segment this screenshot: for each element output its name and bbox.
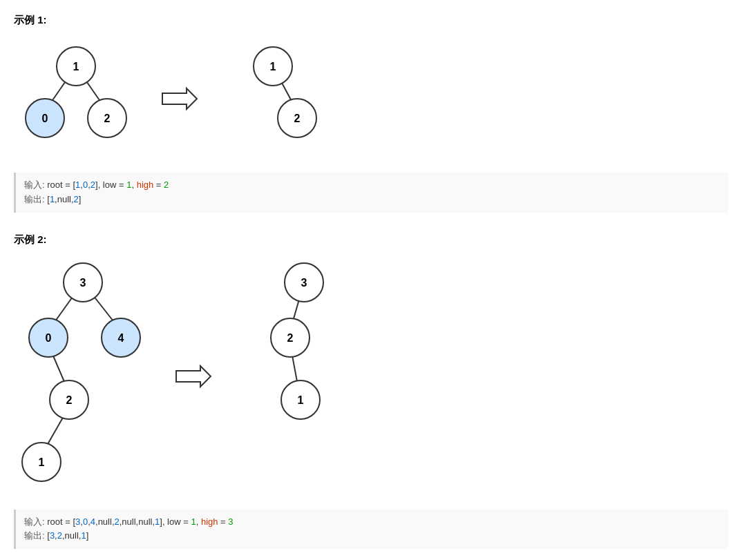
example2-arrow xyxy=(173,363,214,390)
svg-marker-8 xyxy=(162,88,197,109)
example1-code: 输入: root = [1,0,2], low = 1, high = 2 输出… xyxy=(14,173,728,213)
svg-text:2: 2 xyxy=(294,113,301,124)
example1-title: 示例 1: xyxy=(14,14,728,27)
example2-before-tree: 3 0 4 2 xyxy=(14,255,152,499)
example2-block: 示例 2: 3 0 xyxy=(14,233,728,550)
svg-text:1: 1 xyxy=(39,456,45,467)
example1-before-tree: 1 0 2 xyxy=(14,35,138,162)
example2-after-tree: 3 2 1 xyxy=(235,255,373,499)
example1-output-text: [1,null,2] xyxy=(47,194,81,204)
example2-input-text: root = [3,0,4,null,2,null,null,1], low =… xyxy=(47,516,233,527)
example1-input-text: root = [1,0,2], low = 1, high = 2 xyxy=(47,180,169,190)
svg-text:1: 1 xyxy=(73,61,79,73)
example1-diagram-row: 1 0 2 xyxy=(14,35,728,162)
example1-block: 示例 1: 1 0 2 xyxy=(14,14,728,213)
svg-text:4: 4 xyxy=(118,331,124,343)
example2-diagram-row: 3 0 4 2 xyxy=(14,255,728,499)
svg-text:3: 3 xyxy=(301,276,307,288)
svg-marker-28 xyxy=(176,366,211,387)
example2-output-text: [3,2,null,1] xyxy=(47,530,88,541)
example2-output-line: 输出: [3,2,null,1] xyxy=(24,529,720,543)
example2-input-label: 输入: xyxy=(24,516,45,527)
svg-text:0: 0 xyxy=(42,113,48,124)
example2-input-line: 输入: root = [3,0,4,null,2,null,null,1], l… xyxy=(24,515,720,530)
svg-text:2: 2 xyxy=(66,394,73,405)
example2-code: 输入: root = [3,0,4,null,2,null,null,1], l… xyxy=(14,510,728,550)
example1-input-label: 输入: xyxy=(24,180,45,190)
example1-output-line: 输出: [1,null,2] xyxy=(24,193,720,207)
example1-input-line: 输入: root = [1,0,2], low = 1, high = 2 xyxy=(24,178,720,193)
example2-title: 示例 2: xyxy=(14,233,728,247)
svg-text:0: 0 xyxy=(46,331,52,343)
svg-text:1: 1 xyxy=(298,394,304,405)
svg-text:2: 2 xyxy=(287,331,294,343)
example1-output-label: 输出: xyxy=(24,194,45,204)
example1-arrow xyxy=(159,85,200,113)
example1-after-tree: 1 2 xyxy=(221,35,325,162)
example2-output-label: 输出: xyxy=(24,530,45,541)
svg-text:3: 3 xyxy=(80,276,86,288)
svg-text:1: 1 xyxy=(270,61,276,73)
svg-text:2: 2 xyxy=(104,113,111,124)
